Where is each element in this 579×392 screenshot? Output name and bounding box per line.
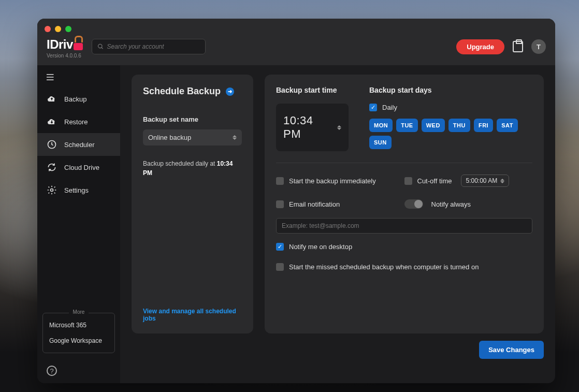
time-stepper-icon[interactable] <box>337 125 341 130</box>
notify-desktop-label: Notify me on desktop <box>289 243 352 251</box>
options-panel: Backup start time 10:34 PM Backup start … <box>265 75 544 333</box>
cutoff-time-picker[interactable]: 5:00:00 AM <box>461 175 509 187</box>
start-immediately-label: Start the backup immediately <box>289 177 376 185</box>
clock-icon <box>47 139 57 150</box>
sidebar-item-label: Backup <box>64 95 86 103</box>
cutoff-label: Cut-off time <box>417 177 452 185</box>
cutoff-value: 5:00:00 AM <box>466 177 497 184</box>
window-controls <box>45 26 71 32</box>
start-time-picker[interactable]: 10:34 PM <box>276 104 349 151</box>
search-input[interactable] <box>107 43 200 50</box>
day-sun[interactable]: SUN <box>369 136 392 149</box>
set-name-label: Backup set name <box>143 115 242 123</box>
notify-always-toggle[interactable] <box>404 199 423 209</box>
start-missed-label: Start the missed scheduled backup when c… <box>289 263 479 271</box>
start-missed-checkbox[interactable] <box>276 263 284 271</box>
day-tue[interactable]: TUE <box>396 119 418 132</box>
sidebar-item-restore[interactable]: Restore <box>37 110 120 133</box>
email-notification-label: Email notification <box>289 200 340 208</box>
notify-desktop-checkbox[interactable] <box>276 243 284 251</box>
start-time-label: Backup start time <box>276 86 349 94</box>
upgrade-button[interactable]: Upgrade <box>456 39 504 54</box>
sidebar-item-label: Scheduler <box>64 141 95 149</box>
svg-point-0 <box>98 44 102 48</box>
clipboard-icon[interactable] <box>513 41 523 52</box>
help-button[interactable]: ? <box>37 358 120 383</box>
sidebar-item-cloud-drive[interactable]: Cloud Drive <box>37 156 120 179</box>
sidebar-more-gworkspace[interactable]: Google Workspace <box>43 333 114 349</box>
select-value: Online backup <box>148 134 191 141</box>
search-box[interactable] <box>92 39 206 54</box>
start-time-value: 10:34 PM <box>283 114 332 141</box>
day-sat[interactable]: SAT <box>497 119 518 132</box>
sidebar-more-ms365[interactable]: Microsoft 365 <box>43 317 114 333</box>
notify-always-label: Notify always <box>431 200 471 208</box>
daily-label: Daily <box>382 104 397 111</box>
day-picker: MON TUE WED THU FRI SAT SUN <box>369 119 532 149</box>
schedule-summary: Backup scheduled daily at 10:34 PM <box>143 159 242 178</box>
chevron-updown-icon <box>233 135 237 140</box>
cloud-download-icon <box>47 117 57 127</box>
help-icon: ? <box>47 366 57 376</box>
info-icon[interactable]: ➜ <box>226 88 234 96</box>
save-button[interactable]: Save Changes <box>479 341 544 359</box>
cloud-upload-icon <box>47 94 57 104</box>
schedule-panel: Schedule Backup ➜ Backup set name Online… <box>132 75 253 333</box>
panel-title: Schedule Backup <box>143 86 221 97</box>
app-logo: IDriv <box>47 37 83 52</box>
logo-text-1: IDriv <box>47 37 73 52</box>
sidebar-item-scheduler[interactable]: Scheduler <box>37 133 120 156</box>
avatar[interactable]: T <box>531 39 546 54</box>
svg-point-6 <box>51 189 53 192</box>
svg-line-1 <box>102 48 103 49</box>
sidebar: Backup Restore Scheduler Cloud Drive Set… <box>37 65 120 383</box>
email-notification-checkbox[interactable] <box>276 200 284 208</box>
view-jobs-link[interactable]: View and manage all scheduled jobs <box>143 308 242 322</box>
sidebar-item-settings[interactable]: Settings <box>37 179 120 201</box>
day-thu[interactable]: THU <box>448 119 470 132</box>
gear-icon <box>47 185 57 195</box>
fullscreen-icon[interactable] <box>65 26 71 32</box>
sidebar-item-label: Restore <box>64 118 88 126</box>
sidebar-item-backup[interactable]: Backup <box>37 88 120 110</box>
menu-toggle[interactable] <box>37 68 120 88</box>
email-input[interactable] <box>276 218 532 234</box>
day-wed[interactable]: WED <box>422 119 445 132</box>
sidebar-more: More Microsoft 365 Google Workspace <box>42 313 115 353</box>
titlebar: IDriv Version 4.0.0.6 Upgrade T <box>37 19 555 65</box>
more-label: More <box>69 309 89 315</box>
minimize-icon[interactable] <box>55 26 61 32</box>
cutoff-stepper-icon <box>500 179 504 183</box>
cutoff-checkbox[interactable] <box>404 177 412 185</box>
lock-icon <box>74 39 83 50</box>
day-fri[interactable]: FRI <box>474 119 493 132</box>
start-days-label: Backup start days <box>369 86 532 94</box>
sidebar-item-label: Settings <box>64 186 89 194</box>
close-icon[interactable] <box>45 26 51 32</box>
sidebar-item-label: Cloud Drive <box>64 164 99 171</box>
backup-set-select[interactable]: Online backup <box>143 129 242 146</box>
search-icon <box>97 43 104 50</box>
sync-icon <box>47 162 57 172</box>
app-window: IDriv Version 4.0.0.6 Upgrade T Backup R… <box>37 19 555 383</box>
start-immediately-checkbox[interactable] <box>276 177 284 185</box>
app-version: Version 4.0.0.6 <box>47 53 83 59</box>
daily-checkbox[interactable] <box>369 104 377 111</box>
day-mon[interactable]: MON <box>369 119 393 132</box>
